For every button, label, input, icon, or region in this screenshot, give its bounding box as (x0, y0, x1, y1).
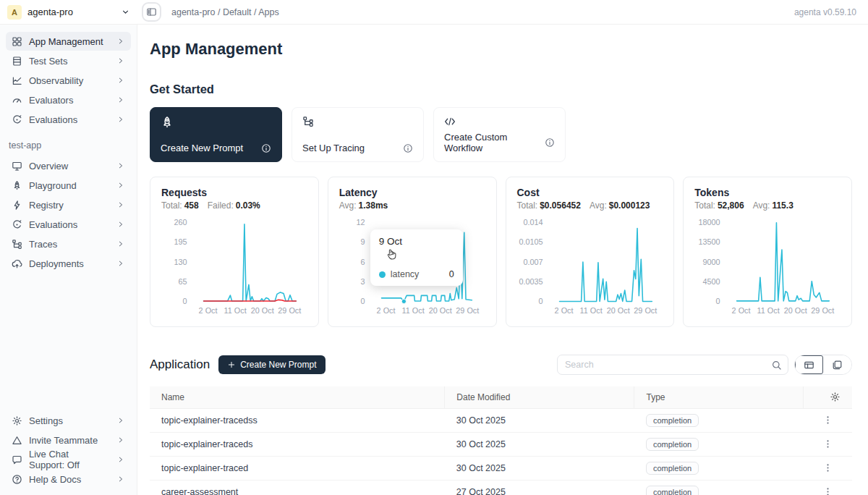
chevron-right-icon (116, 96, 125, 104)
sidebar-item-label: Evaluations (29, 114, 77, 125)
app-name-cell[interactable]: topic-explainer-tracedss (150, 408, 445, 432)
svg-text:3: 3 (360, 277, 365, 286)
sidebar: App Management Test Sets Observability E… (0, 25, 137, 495)
chevron-right-icon (116, 416, 125, 425)
sidebar-item-registry[interactable]: Registry (6, 195, 131, 214)
column-header-date-modified[interactable]: Date Modified (445, 386, 634, 408)
metrics-charts: Requests Total:458Failed:0.03% 260195130… (150, 177, 852, 327)
app-type-badge: completion (646, 438, 699, 451)
app-name-cell[interactable]: career-assessment (150, 480, 445, 495)
svg-text:29 Oct: 29 Oct (278, 306, 301, 315)
chevron-right-icon (116, 115, 125, 124)
table-view-button[interactable] (795, 355, 823, 374)
svg-text:20 Oct: 20 Oct (606, 306, 629, 315)
sidebar-item-label: Deployments (29, 258, 84, 269)
get-started-card-create-new-prompt[interactable]: Create New Prompt (150, 107, 282, 162)
sidebar-item-invite-teammate[interactable]: Invite Teammate (6, 431, 131, 449)
gear-icon[interactable] (815, 392, 841, 402)
sidebar-item-overview[interactable]: Overview (6, 156, 131, 175)
chart-plot-requests: 2601951306502 Oct11 Oct20 Oct29 Oct (161, 215, 307, 318)
svg-text:20 Oct: 20 Oct (251, 306, 274, 315)
svg-text:2 Oct: 2 Oct (554, 306, 573, 315)
svg-text:20 Oct: 20 Oct (784, 306, 807, 315)
column-header-name[interactable]: Name (150, 386, 445, 408)
svg-text:13500: 13500 (699, 237, 720, 246)
svg-text:20 Oct: 20 Oct (428, 306, 451, 315)
get-started-card-label: Set Up Tracing (302, 143, 365, 153)
sidebar-item-evaluations[interactable]: Evaluations (6, 215, 131, 234)
svg-text:0.007: 0.007 (523, 258, 542, 266)
get-started-card-create-custom-workflow[interactable]: Create Custom Workflow (433, 107, 566, 162)
get-started-section: Get Started Create New Prompt Set Up Tra… (150, 82, 852, 162)
chevron-right-icon (116, 455, 125, 464)
playground-icon (12, 180, 22, 191)
get-started-card-set-up-tracing[interactable]: Set Up Tracing (292, 107, 424, 162)
overview-icon (12, 161, 22, 172)
info-icon[interactable] (261, 143, 271, 153)
card-view-button[interactable] (823, 355, 851, 374)
app-type-badge: completion (646, 486, 699, 495)
row-more-button[interactable] (814, 415, 841, 426)
svg-text:195: 195 (174, 237, 187, 246)
table-row[interactable]: topic-explainer-tracedss 30 Oct 2025 com… (150, 408, 852, 432)
sidebar-item-observability[interactable]: Observability (6, 71, 131, 90)
sidebar-item-label: Evaluators (29, 95, 73, 106)
evaluations-icon (12, 219, 22, 230)
sidebar-item-traces[interactable]: Traces (6, 234, 131, 253)
svg-text:4500: 4500 (703, 277, 720, 286)
chart-card-tokens: Tokens Total:52,806Avg:115.3 18000135009… (683, 177, 852, 327)
chevron-right-icon (116, 37, 125, 46)
sidebar-item-evaluators[interactable]: Evaluators (6, 90, 131, 109)
row-more-button[interactable] (814, 486, 841, 495)
column-header-type[interactable]: Type (634, 386, 803, 408)
search-box (557, 355, 788, 375)
help-icon (12, 474, 22, 485)
chevron-right-icon (116, 76, 125, 85)
row-more-button[interactable] (814, 462, 841, 473)
tooltip-date: 9 Oct (379, 236, 454, 247)
application-heading: Application (150, 358, 210, 372)
info-icon[interactable] (545, 138, 555, 148)
sidebar-item-settings[interactable]: Settings (6, 411, 131, 430)
sidebar-item-label: Settings (29, 415, 63, 426)
table-row[interactable]: topic-explainer-traced 30 Oct 2025 compl… (150, 456, 852, 480)
chevron-right-icon (116, 475, 125, 483)
workspace-selector[interactable]: A agenta-pro (0, 5, 137, 20)
svg-text:9: 9 (360, 237, 365, 246)
svg-text:11 Oct: 11 Oct (579, 306, 602, 315)
table-view-icon (804, 360, 814, 371)
chart-plot-tokens: 18000135009000450002 Oct11 Oct20 Oct29 O… (694, 215, 841, 318)
sidebar-item-live-chat-support-off[interactable]: Live Chat Support: Off (6, 450, 131, 469)
svg-text:130: 130 (174, 258, 187, 266)
sidebar-item-app-management[interactable]: App Management (6, 32, 131, 51)
chevron-right-icon (116, 200, 125, 209)
version-label: agenta v0.59.10 (794, 7, 868, 17)
more-vertical-icon (822, 415, 833, 426)
row-more-button[interactable] (814, 439, 841, 449)
svg-text:0: 0 (360, 297, 365, 305)
sidebar-item-deployments[interactable]: Deployments (6, 254, 131, 273)
svg-text:12: 12 (356, 218, 365, 227)
sidebar-item-playground[interactable]: Playground (6, 176, 131, 195)
app-name-cell[interactable]: topic-explainer-traced (150, 456, 445, 480)
chart-stat: Failed:0.03% (208, 200, 260, 211)
app-type-badge: completion (646, 414, 699, 427)
search-input[interactable] (565, 360, 771, 370)
applications-table: Name Date Modified Type topic-explainer-… (150, 386, 852, 495)
table-row[interactable]: topic-explainer-traceds 30 Oct 2025 comp… (150, 432, 852, 456)
plus-icon (227, 360, 236, 369)
chevron-right-icon (116, 181, 125, 190)
sidebar-item-test-sets[interactable]: Test Sets (6, 51, 131, 70)
sidebar-item-help-docs[interactable]: Help & Docs (6, 470, 131, 488)
table-row[interactable]: career-assessment 27 Oct 2025 completion (150, 480, 852, 495)
svg-text:2 Oct: 2 Oct (732, 306, 751, 315)
chevron-right-icon (116, 436, 125, 444)
sidebar-collapse-button[interactable] (142, 2, 161, 22)
info-icon[interactable] (403, 143, 413, 153)
create-new-prompt-button[interactable]: Create New Prompt (218, 355, 325, 374)
search-icon[interactable] (771, 360, 782, 371)
app-name-cell[interactable]: topic-explainer-traceds (150, 432, 445, 456)
view-toggle (794, 355, 852, 375)
sidebar-item-evaluations[interactable]: Evaluations (6, 110, 131, 129)
svg-text:29 Oct: 29 Oct (812, 306, 835, 315)
